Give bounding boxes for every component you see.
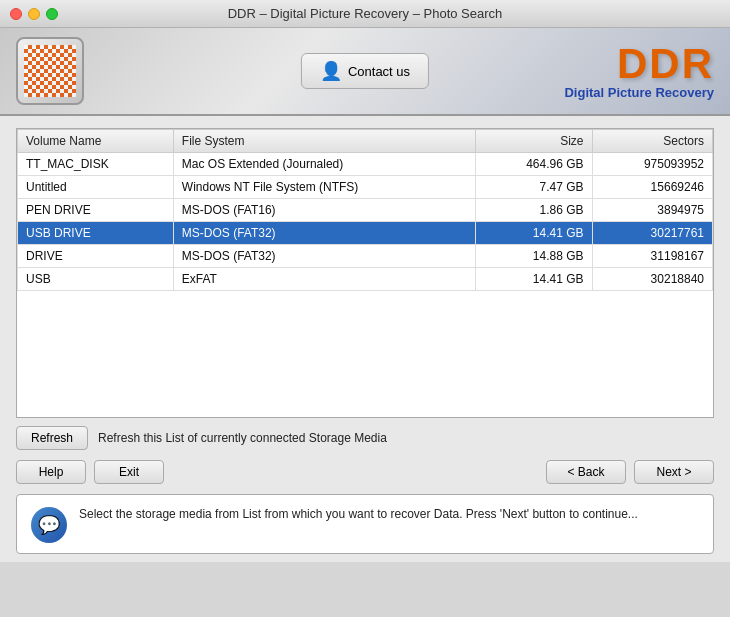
brand-sub-text: Digital Picture Recovery <box>564 85 714 100</box>
table-row[interactable]: TT_MAC_DISK Mac OS Extended (Journaled) … <box>18 153 713 176</box>
cell-volume: USB <box>18 268 174 291</box>
info-message: Select the storage media from List from … <box>79 505 638 523</box>
help-button[interactable]: Help <box>16 460 86 484</box>
table-row[interactable]: USB ExFAT 14.41 GB 30218840 <box>18 268 713 291</box>
col-size: Size <box>476 130 592 153</box>
cell-fs: Windows NT File System (NTFS) <box>173 176 475 199</box>
next-button[interactable]: Next > <box>634 460 714 484</box>
titlebar-buttons <box>10 8 58 20</box>
col-volume-name: Volume Name <box>18 130 174 153</box>
titlebar: DDR – Digital Picture Recovery – Photo S… <box>0 0 730 28</box>
contact-icon: 👤 <box>320 60 342 82</box>
col-sectors: Sectors <box>592 130 713 153</box>
cell-size: 1.86 GB <box>476 199 592 222</box>
back-button[interactable]: < Back <box>546 460 626 484</box>
cell-sectors: 30218840 <box>592 268 713 291</box>
refresh-row: Refresh Refresh this List of currently c… <box>16 418 714 456</box>
table-body: TT_MAC_DISK Mac OS Extended (Journaled) … <box>18 153 713 291</box>
cell-sectors: 30217761 <box>592 222 713 245</box>
contact-button-wrapper: 👤 Contact us <box>301 53 429 89</box>
table-header-row: Volume Name File System Size Sectors <box>18 130 713 153</box>
window-title: DDR – Digital Picture Recovery – Photo S… <box>228 6 503 21</box>
info-icon: 💬 <box>31 507 67 543</box>
cell-size: 14.88 GB <box>476 245 592 268</box>
cell-sectors: 15669246 <box>592 176 713 199</box>
refresh-description: Refresh this List of currently connected… <box>98 431 387 445</box>
col-file-system: File System <box>173 130 475 153</box>
cell-volume: USB DRIVE <box>18 222 174 245</box>
cell-volume: Untitled <box>18 176 174 199</box>
cell-volume: TT_MAC_DISK <box>18 153 174 176</box>
drives-table: Volume Name File System Size Sectors TT_… <box>17 129 713 291</box>
cell-size: 14.41 GB <box>476 268 592 291</box>
app-logo <box>16 37 84 105</box>
cell-sectors: 3894975 <box>592 199 713 222</box>
contact-button[interactable]: 👤 Contact us <box>301 53 429 89</box>
brand-ddr-text: DDR <box>564 43 714 85</box>
cell-fs: MS-DOS (FAT32) <box>173 222 475 245</box>
close-button[interactable] <box>10 8 22 20</box>
cell-fs: MS-DOS (FAT32) <box>173 245 475 268</box>
logo-checker-icon <box>24 45 76 97</box>
cell-fs: Mac OS Extended (Journaled) <box>173 153 475 176</box>
cell-size: 14.41 GB <box>476 222 592 245</box>
cell-volume: DRIVE <box>18 245 174 268</box>
cell-volume: PEN DRIVE <box>18 199 174 222</box>
nav-buttons-row: Help Exit < Back Next > <box>16 456 714 492</box>
cell-sectors: 975093952 <box>592 153 713 176</box>
table-row[interactable]: USB DRIVE MS-DOS (FAT32) 14.41 GB 302177… <box>18 222 713 245</box>
info-box: 💬 Select the storage media from List fro… <box>16 494 714 554</box>
cell-size: 7.47 GB <box>476 176 592 199</box>
drives-table-wrapper: Volume Name File System Size Sectors TT_… <box>16 128 714 418</box>
cell-sectors: 31198167 <box>592 245 713 268</box>
brand-area: DDR Digital Picture Recovery <box>564 43 714 100</box>
cell-fs: MS-DOS (FAT16) <box>173 199 475 222</box>
app-header: 👤 Contact us DDR Digital Picture Recover… <box>0 28 730 116</box>
cell-size: 464.96 GB <box>476 153 592 176</box>
refresh-button[interactable]: Refresh <box>16 426 88 450</box>
table-row[interactable]: PEN DRIVE MS-DOS (FAT16) 1.86 GB 3894975 <box>18 199 713 222</box>
minimize-button[interactable] <box>28 8 40 20</box>
table-row[interactable]: DRIVE MS-DOS (FAT32) 14.88 GB 31198167 <box>18 245 713 268</box>
cell-fs: ExFAT <box>173 268 475 291</box>
main-content: Volume Name File System Size Sectors TT_… <box>0 116 730 562</box>
contact-label: Contact us <box>348 64 410 79</box>
maximize-button[interactable] <box>46 8 58 20</box>
table-row[interactable]: Untitled Windows NT File System (NTFS) 7… <box>18 176 713 199</box>
exit-button[interactable]: Exit <box>94 460 164 484</box>
